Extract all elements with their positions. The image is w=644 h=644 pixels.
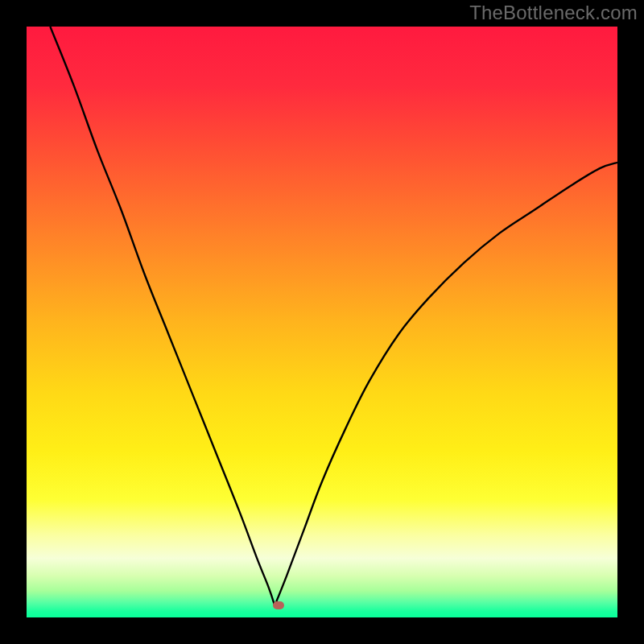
watermark-text: TheBottleneck.com — [469, 2, 638, 24]
chart-frame: TheBottleneck.com — [0, 0, 644, 644]
minimum-marker — [273, 601, 284, 609]
plot-area — [27, 27, 617, 617]
bottleneck-curve — [27, 27, 617, 617]
